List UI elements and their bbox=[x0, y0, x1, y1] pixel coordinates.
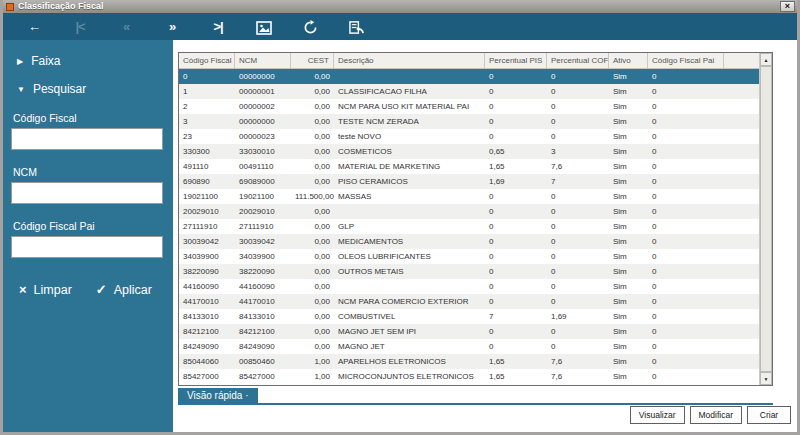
cell: 1,65 bbox=[485, 354, 547, 369]
cell: 0 bbox=[485, 264, 547, 279]
chevron-down-icon: ▼ bbox=[17, 85, 25, 94]
column-header[interactable]: Ativo bbox=[609, 53, 648, 68]
cell: 23 bbox=[179, 129, 235, 144]
column-header[interactable]: Código Fiscal bbox=[179, 53, 235, 68]
cell: 1,69 bbox=[485, 174, 547, 189]
cell: 30039042 bbox=[235, 234, 291, 249]
table-row[interactable]: 44170010441700100,00NCM PARA COMERCIO EX… bbox=[179, 294, 772, 309]
cell: 1,65 bbox=[485, 369, 547, 384]
cell bbox=[334, 279, 485, 294]
ncm-input[interactable] bbox=[11, 182, 163, 204]
limpar-button[interactable]: × Limpar bbox=[19, 282, 72, 297]
column-header[interactable]: CEST bbox=[291, 53, 334, 68]
cell: Sim bbox=[609, 174, 648, 189]
cell: MEDICAMENTOS bbox=[334, 234, 485, 249]
revert-report-icon[interactable] bbox=[341, 13, 371, 40]
table-row[interactable]: 3000000000,00TESTE NCM ZERADA00Sim0 bbox=[179, 114, 772, 129]
cell: 0 bbox=[547, 69, 609, 84]
cell: Sim bbox=[609, 189, 648, 204]
refresh-icon[interactable] bbox=[295, 13, 325, 40]
cell: 0 bbox=[648, 144, 724, 159]
table-row[interactable]: 23000000230,00teste NOVO00Sim0 bbox=[179, 129, 772, 144]
table-row[interactable]: 85427000854270001,00MICROCONJUNTOS ELETR… bbox=[179, 369, 772, 384]
cell: 1,00 bbox=[291, 369, 334, 384]
cell: 1,00 bbox=[291, 354, 334, 369]
cell: 0 bbox=[485, 339, 547, 354]
column-header[interactable]: Percentual PIS bbox=[485, 53, 547, 68]
table-row[interactable]: 20029010200290100,0000Sim0 bbox=[179, 204, 772, 219]
cell: TESTE NCM ZERADA bbox=[334, 114, 485, 129]
table-row[interactable]: 44160090441600900,0000Sim0 bbox=[179, 279, 772, 294]
visualizar-button[interactable]: Visualizar bbox=[630, 406, 685, 424]
table-row[interactable]: 84249090842490900,00MAGNO JET00Sim0 bbox=[179, 339, 772, 354]
table-row[interactable]: 38220090382200900,00OUTROS METAIS00Sim0 bbox=[179, 264, 772, 279]
cell: 0,00 bbox=[291, 204, 334, 219]
cell: MICROCONJUNTOS ELETRONICOS bbox=[334, 369, 485, 384]
aplicar-button[interactable]: ✓ Aplicar bbox=[96, 282, 152, 297]
table-row[interactable]: 85044060008504601,00APARELHOS ELETRONICO… bbox=[179, 354, 772, 369]
cell: 38220090 bbox=[235, 264, 291, 279]
table-row[interactable]: 2000000020,00NCM PARA USO KIT MATERIAL P… bbox=[179, 99, 772, 114]
cell: 0,00 bbox=[291, 174, 334, 189]
title-bar[interactable]: Classificação Fiscal × bbox=[3, 0, 797, 13]
table-row[interactable]: 84133010841330100,00COMBUSTIVEL71,69Sim0 bbox=[179, 309, 772, 324]
criar-button[interactable]: Criar bbox=[747, 406, 791, 424]
cell: 0 bbox=[485, 219, 547, 234]
column-header[interactable]: NCM bbox=[235, 53, 291, 68]
cell: 0,65 bbox=[485, 144, 547, 159]
cell: 0 bbox=[547, 114, 609, 129]
table-row[interactable]: 690890690890000,00PISO CERAMICOS1,697Sim… bbox=[179, 174, 772, 189]
last-record-icon[interactable]: >| bbox=[203, 13, 233, 40]
table-row[interactable]: 491110004911100,00MATERIAL DE MARKETING1… bbox=[179, 159, 772, 174]
cell: 0 bbox=[648, 279, 724, 294]
codigo-fiscal-input[interactable] bbox=[11, 128, 163, 150]
previous-record-icon[interactable]: « bbox=[111, 13, 141, 40]
table-row[interactable]: 0000000000,0000Sim0 bbox=[179, 69, 772, 84]
column-header[interactable]: Percentual COFINS bbox=[547, 53, 609, 68]
cell: 1,65 bbox=[485, 159, 547, 174]
table-row[interactable]: 1902110019021100111.500,00MASSAS00Sim0 bbox=[179, 189, 772, 204]
table-row[interactable]: 27111910271119100,00GLP00Sim0 bbox=[179, 219, 772, 234]
cell: 30039042 bbox=[179, 234, 235, 249]
preview-icon[interactable] bbox=[249, 13, 279, 40]
cell: 0 bbox=[547, 189, 609, 204]
next-record-icon[interactable]: » bbox=[157, 13, 187, 40]
table-row[interactable]: 330300330300100,00COSMETICOS0,653Sim0 bbox=[179, 144, 772, 159]
pesquisar-expander[interactable]: ▼ Pesquisar bbox=[17, 82, 173, 96]
back-icon[interactable]: ← bbox=[19, 13, 49, 40]
cell: MAGNO JET SEM IPI bbox=[334, 324, 485, 339]
cell: Sim bbox=[609, 294, 648, 309]
scroll-up-icon[interactable]: ▲ bbox=[760, 53, 772, 66]
cell: Sim bbox=[609, 234, 648, 249]
column-header[interactable]: Código Fiscal Pai bbox=[648, 53, 724, 68]
cell: Sim bbox=[609, 144, 648, 159]
cell: 44160090 bbox=[235, 279, 291, 294]
cell: 0,00 bbox=[291, 294, 334, 309]
cell: Sim bbox=[609, 99, 648, 114]
modificar-button[interactable]: Modificar bbox=[690, 406, 742, 424]
table-row[interactable]: 34039900340399000,00OLEOS LUBRIFICANTES0… bbox=[179, 249, 772, 264]
cell: 0,00 bbox=[291, 129, 334, 144]
cell: 0 bbox=[648, 309, 724, 324]
scrollbar-thumb[interactable] bbox=[760, 66, 772, 372]
cell: Sim bbox=[609, 324, 648, 339]
cell: 0 bbox=[547, 249, 609, 264]
faixa-expander[interactable]: ▶ Faixa bbox=[17, 54, 173, 68]
cell: PISO CERAMICOS bbox=[334, 174, 485, 189]
table-row[interactable]: 1000000010,00CLASSIFICACAO FILHA00Sim0 bbox=[179, 84, 772, 99]
cell: 0 bbox=[485, 189, 547, 204]
close-icon[interactable]: × bbox=[780, 1, 795, 12]
vertical-scrollbar[interactable]: ▲ ▼ bbox=[759, 53, 772, 385]
column-header[interactable]: Descrição bbox=[334, 53, 485, 68]
cell: 0,00 bbox=[291, 279, 334, 294]
cell: 7 bbox=[547, 174, 609, 189]
first-record-icon[interactable]: |< bbox=[65, 13, 95, 40]
codigo-fiscal-pai-input[interactable] bbox=[11, 236, 163, 258]
cell: 0 bbox=[485, 294, 547, 309]
cell: MAGNO JET bbox=[334, 339, 485, 354]
table-row[interactable]: 30039042300390420,00MEDICAMENTOS00Sim0 bbox=[179, 234, 772, 249]
cell: 0 bbox=[179, 69, 235, 84]
visao-rapida-tab[interactable]: Visão rápida · bbox=[178, 388, 258, 404]
table-row[interactable]: 84212100842121000,00MAGNO JET SEM IPI00S… bbox=[179, 324, 772, 339]
scroll-down-icon[interactable]: ▼ bbox=[760, 372, 772, 385]
